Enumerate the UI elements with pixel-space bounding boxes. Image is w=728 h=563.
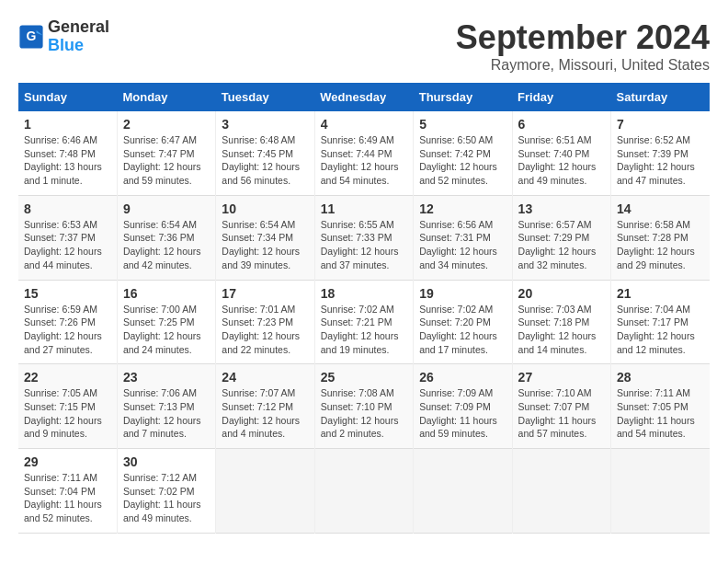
calendar-week-row: 29Sunrise: 7:11 AMSunset: 7:04 PMDayligh… — [18, 449, 710, 534]
calendar-cell: 3Sunrise: 6:48 AMSunset: 7:45 PMDaylight… — [216, 111, 314, 195]
column-header-wednesday: Wednesday — [314, 83, 413, 111]
day-info: Sunrise: 6:55 AMSunset: 7:33 PMDaylight:… — [321, 218, 407, 272]
calendar-cell: 10Sunrise: 6:54 AMSunset: 7:34 PMDayligh… — [216, 195, 314, 280]
calendar-cell: 25Sunrise: 7:08 AMSunset: 7:10 PMDayligh… — [314, 364, 413, 449]
column-header-friday: Friday — [512, 83, 610, 111]
calendar-week-row: 15Sunrise: 6:59 AMSunset: 7:26 PMDayligh… — [18, 280, 710, 364]
calendar-cell: 27Sunrise: 7:10 AMSunset: 7:07 PMDayligh… — [512, 364, 610, 449]
calendar-week-row: 1Sunrise: 6:46 AMSunset: 7:48 PMDaylight… — [18, 111, 710, 195]
day-number: 10 — [222, 201, 308, 216]
day-number: 14 — [617, 201, 704, 216]
calendar-cell: 7Sunrise: 6:52 AMSunset: 7:39 PMDaylight… — [611, 111, 710, 195]
calendar-cell: 13Sunrise: 6:57 AMSunset: 7:29 PMDayligh… — [512, 195, 610, 280]
day-info: Sunrise: 6:54 AMSunset: 7:36 PMDaylight:… — [123, 218, 210, 272]
day-number: 28 — [617, 370, 704, 385]
calendar-cell: 8Sunrise: 6:53 AMSunset: 7:37 PMDaylight… — [18, 195, 117, 280]
calendar-cell: 20Sunrise: 7:03 AMSunset: 7:18 PMDayligh… — [512, 280, 610, 364]
day-number: 27 — [518, 370, 605, 385]
day-info: Sunrise: 6:47 AMSunset: 7:47 PMDaylight:… — [123, 133, 210, 188]
day-number: 12 — [419, 201, 506, 216]
calendar-cell: 1Sunrise: 6:46 AMSunset: 7:48 PMDaylight… — [18, 111, 117, 195]
day-number: 5 — [419, 117, 506, 132]
day-number: 20 — [518, 286, 605, 301]
title-area: September 2024 Raymore, Missouri, United… — [456, 18, 710, 74]
day-info: Sunrise: 6:49 AMSunset: 7:44 PMDaylight:… — [321, 133, 407, 188]
day-info: Sunrise: 6:59 AMSunset: 7:26 PMDaylight:… — [24, 303, 111, 357]
calendar-cell: 26Sunrise: 7:09 AMSunset: 7:09 PMDayligh… — [414, 364, 512, 449]
logo-line1: General — [48, 18, 109, 37]
day-info: Sunrise: 7:11 AMSunset: 7:05 PMDaylight:… — [617, 386, 704, 441]
day-number: 30 — [123, 454, 210, 469]
calendar-cell: 21Sunrise: 7:04 AMSunset: 7:17 PMDayligh… — [611, 280, 710, 364]
day-info: Sunrise: 6:56 AMSunset: 7:31 PMDaylight:… — [419, 218, 506, 272]
day-number: 16 — [123, 286, 210, 301]
calendar-cell: 14Sunrise: 6:58 AMSunset: 7:28 PMDayligh… — [611, 195, 710, 280]
day-info: Sunrise: 6:58 AMSunset: 7:28 PMDaylight:… — [617, 218, 704, 272]
day-number: 23 — [123, 370, 210, 385]
day-number: 1 — [24, 117, 111, 132]
day-number: 24 — [222, 370, 308, 385]
day-number: 19 — [419, 286, 506, 301]
day-info: Sunrise: 7:08 AMSunset: 7:10 PMDaylight:… — [321, 386, 407, 441]
day-number: 13 — [518, 201, 605, 216]
day-info: Sunrise: 6:48 AMSunset: 7:45 PMDaylight:… — [222, 133, 308, 188]
day-info: Sunrise: 6:50 AMSunset: 7:42 PMDaylight:… — [419, 133, 506, 188]
svg-text:G: G — [27, 29, 37, 43]
calendar-cell: 17Sunrise: 7:01 AMSunset: 7:23 PMDayligh… — [216, 280, 314, 364]
calendar-cell: 16Sunrise: 7:00 AMSunset: 7:25 PMDayligh… — [117, 280, 215, 364]
day-info: Sunrise: 7:00 AMSunset: 7:25 PMDaylight:… — [123, 303, 210, 357]
day-info: Sunrise: 7:10 AMSunset: 7:07 PMDaylight:… — [518, 386, 605, 441]
day-info: Sunrise: 7:03 AMSunset: 7:18 PMDaylight:… — [518, 303, 605, 357]
day-number: 7 — [617, 117, 704, 132]
day-number: 22 — [24, 370, 111, 385]
calendar-cell: 29Sunrise: 7:11 AMSunset: 7:04 PMDayligh… — [18, 449, 117, 534]
day-number: 29 — [24, 454, 111, 469]
day-number: 18 — [321, 286, 407, 301]
calendar-cell: 19Sunrise: 7:02 AMSunset: 7:20 PMDayligh… — [414, 280, 512, 364]
calendar-cell: 6Sunrise: 6:51 AMSunset: 7:40 PMDaylight… — [512, 111, 610, 195]
calendar-cell: 15Sunrise: 6:59 AMSunset: 7:26 PMDayligh… — [18, 280, 117, 364]
column-header-sunday: Sunday — [18, 83, 117, 111]
day-number: 4 — [321, 117, 407, 132]
logo-icon: G — [18, 24, 44, 50]
column-header-tuesday: Tuesday — [216, 83, 314, 111]
column-header-thursday: Thursday — [414, 83, 512, 111]
day-number: 6 — [518, 117, 605, 132]
day-info: Sunrise: 6:46 AMSunset: 7:48 PMDaylight:… — [24, 133, 111, 188]
day-info: Sunrise: 6:54 AMSunset: 7:34 PMDaylight:… — [222, 218, 308, 272]
month-title: September 2024 — [456, 18, 710, 57]
calendar-cell — [216, 449, 314, 534]
day-number: 2 — [123, 117, 210, 132]
calendar-week-row: 8Sunrise: 6:53 AMSunset: 7:37 PMDaylight… — [18, 195, 710, 280]
day-number: 15 — [24, 286, 111, 301]
day-info: Sunrise: 6:51 AMSunset: 7:40 PMDaylight:… — [518, 133, 605, 188]
day-info: Sunrise: 6:52 AMSunset: 7:39 PMDaylight:… — [617, 133, 704, 188]
day-info: Sunrise: 7:05 AMSunset: 7:15 PMDaylight:… — [24, 386, 111, 441]
day-number: 26 — [419, 370, 506, 385]
location: Raymore, Missouri, United States — [456, 57, 710, 74]
calendar-cell: 18Sunrise: 7:02 AMSunset: 7:21 PMDayligh… — [314, 280, 413, 364]
day-info: Sunrise: 6:57 AMSunset: 7:29 PMDaylight:… — [518, 218, 605, 272]
calendar-cell: 9Sunrise: 6:54 AMSunset: 7:36 PMDaylight… — [117, 195, 215, 280]
logo: G General Blue — [18, 18, 109, 55]
day-info: Sunrise: 6:53 AMSunset: 7:37 PMDaylight:… — [24, 218, 111, 272]
day-info: Sunrise: 7:02 AMSunset: 7:20 PMDaylight:… — [419, 303, 506, 357]
day-number: 8 — [24, 201, 111, 216]
header: G General Blue September 2024 Raymore, M… — [18, 18, 710, 74]
calendar-cell — [314, 449, 413, 534]
calendar-cell: 12Sunrise: 6:56 AMSunset: 7:31 PMDayligh… — [414, 195, 512, 280]
calendar-cell: 28Sunrise: 7:11 AMSunset: 7:05 PMDayligh… — [611, 364, 710, 449]
calendar-cell: 2Sunrise: 6:47 AMSunset: 7:47 PMDaylight… — [117, 111, 215, 195]
column-header-saturday: Saturday — [611, 83, 710, 111]
calendar-cell: 22Sunrise: 7:05 AMSunset: 7:15 PMDayligh… — [18, 364, 117, 449]
calendar-week-row: 22Sunrise: 7:05 AMSunset: 7:15 PMDayligh… — [18, 364, 710, 449]
calendar-cell — [512, 449, 610, 534]
logo-text: General Blue — [48, 18, 109, 55]
day-info: Sunrise: 7:06 AMSunset: 7:13 PMDaylight:… — [123, 386, 210, 441]
day-number: 9 — [123, 201, 210, 216]
calendar-cell: 5Sunrise: 6:50 AMSunset: 7:42 PMDaylight… — [414, 111, 512, 195]
calendar-cell: 4Sunrise: 6:49 AMSunset: 7:44 PMDaylight… — [314, 111, 413, 195]
day-info: Sunrise: 7:12 AMSunset: 7:02 PMDaylight:… — [123, 471, 210, 525]
day-number: 25 — [321, 370, 407, 385]
day-info: Sunrise: 7:07 AMSunset: 7:12 PMDaylight:… — [222, 386, 308, 441]
